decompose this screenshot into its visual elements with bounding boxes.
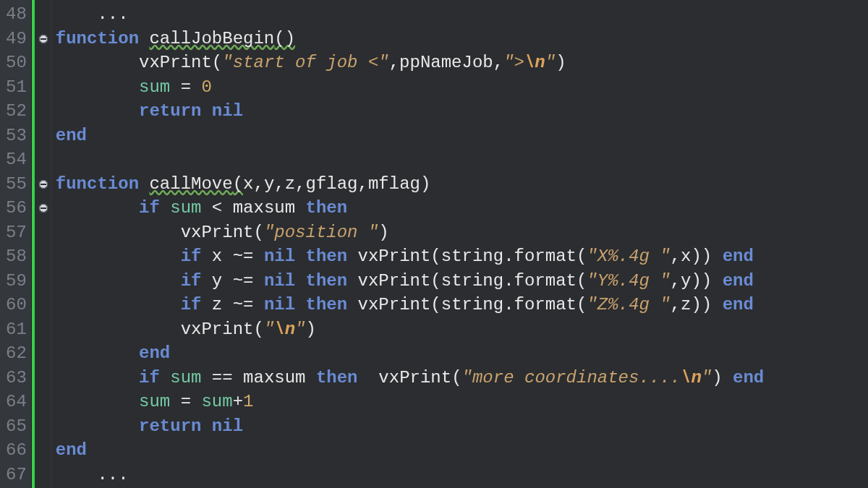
code-line[interactable]: function callJobBegin() xyxy=(56,27,868,51)
code-line[interactable]: vxPrint("start of job <",ppNameJob,">\n"… xyxy=(56,51,868,75)
token-global: sum xyxy=(201,392,232,411)
token-punc xyxy=(139,174,149,194)
token-kw: end xyxy=(56,126,87,145)
token-kw: end xyxy=(733,368,764,388)
token-punc xyxy=(723,368,733,388)
token-punc xyxy=(358,368,379,388)
token-punc: ( xyxy=(576,295,587,314)
token-punc xyxy=(201,101,211,121)
code-line[interactable]: vxPrint("\n") xyxy=(56,317,868,342)
token-kw: if xyxy=(181,295,202,314)
line-number: 58 xyxy=(6,244,27,269)
line-number-gutter: 4849505152535455565758596061626364656667 xyxy=(0,0,32,488)
code-line[interactable]: if sum < maxsum then xyxy=(56,196,868,221)
token-punc: ~= xyxy=(222,271,264,291)
token-keyconst: nil xyxy=(264,247,295,266)
token-fn: y xyxy=(264,174,274,194)
token-kw: if xyxy=(139,368,160,388)
token-kw: end xyxy=(56,440,87,460)
token-esc: \n xyxy=(681,368,702,388)
token-punc xyxy=(295,271,305,291)
token-fn: vxPrint xyxy=(358,247,431,266)
line-number: 64 xyxy=(6,390,27,414)
token-str: " xyxy=(702,368,712,388)
line-number: 59 xyxy=(6,269,27,294)
line-number: 67 xyxy=(6,463,27,487)
code-line[interactable]: end xyxy=(56,124,868,148)
code-line[interactable]: sum = 0 xyxy=(56,75,868,100)
line-number: 56 xyxy=(6,196,27,221)
token-punc: , xyxy=(274,174,284,194)
token-kw: then xyxy=(306,295,348,314)
code-line[interactable]: vxPrint("position ") xyxy=(56,221,868,245)
token-str: "Y%.4g " xyxy=(587,271,670,291)
token-punc: ) xyxy=(306,320,316,339)
code-line[interactable] xyxy=(56,147,868,172)
code-line[interactable]: return nil xyxy=(56,99,868,124)
code-line[interactable]: if z ~= nil then vxPrint(string.format("… xyxy=(56,293,868,317)
line-number: 65 xyxy=(6,414,27,439)
code-line[interactable]: if y ~= nil then vxPrint(string.format("… xyxy=(56,269,868,294)
token-punc: ( xyxy=(233,174,243,194)
token-fn: gflag xyxy=(306,174,358,194)
token-fn: vxPrint xyxy=(181,223,254,242)
token-num: 0 xyxy=(201,77,211,97)
token-punc: = xyxy=(170,77,201,97)
token-punc: , xyxy=(295,174,305,194)
token-builtin: string.format xyxy=(441,247,576,266)
token-punc: , xyxy=(671,247,681,266)
token-punc: ~= xyxy=(222,295,264,314)
token-fn: callMove xyxy=(149,174,232,194)
code-line[interactable]: ... xyxy=(56,2,868,27)
token-kw: return xyxy=(139,416,201,436)
code-line[interactable]: end xyxy=(56,341,868,366)
code-line[interactable]: if sum == maxsum then vxPrint("more coor… xyxy=(56,366,868,390)
code-line[interactable]: sum = sum+1 xyxy=(56,390,868,414)
token-str: " xyxy=(295,320,305,339)
token-global: sum xyxy=(170,198,201,218)
fold-toggle-icon[interactable] xyxy=(38,34,48,44)
code-line[interactable]: ... xyxy=(56,463,868,487)
token-punc xyxy=(160,368,170,388)
line-number: 49 xyxy=(6,27,27,51)
token-fn: vxPrint xyxy=(358,271,431,291)
fold-toggle-icon[interactable] xyxy=(38,203,48,213)
token-punc: ( xyxy=(430,271,441,291)
token-punc xyxy=(201,247,211,266)
token-punc xyxy=(201,271,211,291)
token-str: " xyxy=(264,320,274,339)
token-kw: then xyxy=(306,247,348,266)
token-punc: )) xyxy=(691,247,712,266)
token-punc: ) xyxy=(556,53,566,72)
token-punc xyxy=(295,247,305,266)
line-number: 51 xyxy=(6,75,27,100)
token-kw: if xyxy=(181,271,202,291)
token-kw: return xyxy=(139,101,201,121)
token-fn: vxPrint xyxy=(181,320,254,339)
token-str: "> xyxy=(503,53,524,72)
line-number: 52 xyxy=(6,99,27,124)
token-fn: vxPrint xyxy=(358,295,431,314)
fold-toggle-icon[interactable] xyxy=(38,179,48,189)
token-punc: , xyxy=(253,174,263,194)
code-line[interactable]: end xyxy=(56,438,868,463)
line-number: 55 xyxy=(6,172,27,197)
line-number: 57 xyxy=(6,221,27,245)
code-editor[interactable]: 4849505152535455565758596061626364656667… xyxy=(0,0,868,488)
token-punc: ~= xyxy=(222,247,264,266)
code-line[interactable]: if x ~= nil then vxPrint(string.format("… xyxy=(56,244,868,269)
code-line[interactable]: function callMove(x,y,z,gflag,mflag) xyxy=(56,172,868,197)
code-area[interactable]: ...function callJobBegin() vxPrint("star… xyxy=(51,0,868,488)
token-punc: ( xyxy=(576,271,587,291)
token-fn: x xyxy=(212,247,222,266)
token-kw: end xyxy=(139,343,170,363)
code-line[interactable]: return nil xyxy=(56,414,868,439)
line-number: 60 xyxy=(6,293,27,317)
token-fn: ppNameJob xyxy=(399,53,493,72)
token-kw: end xyxy=(723,295,754,314)
token-global: sum xyxy=(139,392,170,411)
fold-column xyxy=(35,0,51,488)
token-esc: \n xyxy=(274,320,295,339)
token-keyconst: nil xyxy=(264,295,295,314)
token-global: sum xyxy=(170,368,201,388)
